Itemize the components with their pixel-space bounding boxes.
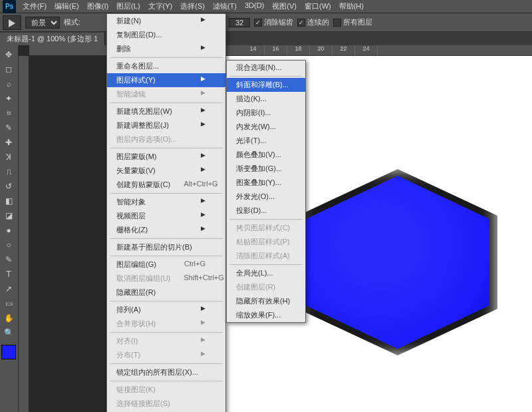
gradient-tool-icon[interactable]: ◪ [1,209,16,222]
menu-separator [110,103,223,103]
menu-item[interactable]: 复制图层(D)... [107,28,225,42]
menu-item: 拷贝图层样式(C) [227,221,305,235]
submenu-arrow-icon: ▶ [201,106,205,116]
menu-item[interactable]: 重命名图层... [107,59,225,73]
menu-3dd[interactable]: 3D(D) [241,0,268,13]
lasso-tool-icon[interactable]: ⌕ [1,77,16,91]
toolbar: ✥ ◻ ⌕ ✦ ⌗ ✎ ✚ ꓘ ⎍ ↺ ◧ ◪ ● ○ ✎ T ↗ ▭ ✋ 🔍 [0,45,19,412]
antialias-checkbox[interactable]: ✓消除锯齿 [254,17,293,27]
menu-separator [110,238,223,239]
history-brush-icon[interactable]: ↺ [1,180,16,193]
menu-item: 分布(T)▶ [107,348,225,362]
menu-item[interactable]: 混合选项(N)... [227,61,305,75]
menu-选择s[interactable]: 选择(S) [176,0,209,13]
eraser-tool-icon[interactable]: ◧ [1,194,16,208]
submenu-arrow-icon: ▶ [201,89,205,99]
menu-item[interactable]: 创建剪贴蒙版(C)Alt+Ctrl+G [107,178,225,192]
menu-item[interactable]: 图层编组(G)Ctrl+G [107,258,225,272]
menu-item[interactable]: 矢量蒙版(V)▶ [107,164,225,178]
menu-item[interactable]: 光泽(T)... [227,134,305,148]
menu-separator [229,219,303,220]
menu-item[interactable]: 新建填充图层(W)▶ [107,104,225,118]
blur-tool-icon[interactable]: ● [1,224,16,237]
menu-item[interactable]: 图层样式(Y)▶ [107,73,225,87]
type-tool-icon[interactable]: T [1,268,16,281]
menu-图层l[interactable]: 图层(L) [112,0,144,13]
menu-item[interactable]: 图层蒙版(M)▶ [107,150,225,164]
ruler-vertical [19,56,29,412]
menu-separator [110,363,223,364]
menu-item[interactable]: 全局光(L)... [227,266,305,280]
all-layers-checkbox[interactable]: 所有图层 [333,17,372,27]
menu-separator [110,381,223,381]
menu-窗口w[interactable]: 窗口(W) [301,0,335,13]
menu-separator [110,332,223,333]
tolerance-input[interactable] [229,18,250,27]
wand-tool-icon[interactable]: ✦ [1,92,16,105]
shape-tool-icon[interactable]: ▭ [1,297,16,310]
zoom-tool-icon[interactable]: 🔍 [1,326,16,339]
menu-item[interactable]: 隐藏图层(R) [107,286,225,300]
tool-preset-icon[interactable] [3,15,21,30]
menu-item[interactable]: 视频图层▶ [107,209,225,223]
ruler-mark: 24 [355,45,378,55]
stamp-tool-icon[interactable]: ⎍ [1,165,16,178]
menu-item: 对齐(I)▶ [107,334,225,348]
menu-item[interactable]: 颜色叠加(V)... [227,148,305,162]
options-bar: 前景 模式: 零差: ✓消除锯齿 ✓连续的 所有图层 [0,13,532,32]
submenu-arrow-icon: ▶ [201,75,205,85]
menu-item[interactable]: 删除▶ [107,42,225,56]
submenu-arrow-icon: ▶ [201,166,205,176]
menu-separator [229,264,303,265]
menu-item[interactable]: 新建基于图层的切片(B) [107,240,225,254]
ps-logo: Ps [3,0,16,13]
menu-图像i[interactable]: 图像(I) [83,0,112,13]
menu-item[interactable]: 内阴影(I)... [227,106,305,120]
ruler-mark: 16 [265,45,287,55]
menu-帮助h[interactable]: 帮助(H) [335,0,368,13]
menu-item[interactable]: 排列(A)▶ [107,303,225,317]
menu-item[interactable]: 投影(D)... [227,204,305,218]
marquee-tool-icon[interactable]: ◻ [1,63,16,76]
menu-item[interactable]: 缩放效果(F)... [227,308,305,322]
menu-item[interactable]: 图案叠加(Y)... [227,176,305,190]
submenu-arrow-icon: ▶ [201,350,205,360]
submenu-arrow-icon: ▶ [201,336,205,346]
document-tab[interactable]: 未标题-1 @ 100% (多边形 1 [0,33,105,45]
menu-item[interactable]: 描边(K)... [227,92,305,106]
crop-tool-icon[interactable]: ⌗ [1,106,16,120]
move-tool-icon[interactable]: ✥ [1,48,16,61]
menu-item[interactable]: 斜面和浮雕(B)... [227,78,305,92]
menu-文字y[interactable]: 文字(Y) [144,0,177,13]
pen-tool-icon[interactable]: ✎ [1,253,16,266]
eyedropper-tool-icon[interactable]: ✎ [1,121,16,134]
menu-视图v[interactable]: 视图(V) [268,0,301,13]
heal-tool-icon[interactable]: ✚ [1,136,16,149]
menu-item[interactable]: 新建调整图层(J)▶ [107,118,225,132]
menu-item[interactable]: 锁定组内的所有图层(X)... [107,365,225,379]
submenu-arrow-icon: ▶ [201,319,205,329]
menu-item: 选择链接图层(S) [107,397,225,411]
foreground-select[interactable]: 前景 [25,17,60,29]
menu-item[interactable]: 栅格化(Z)▶ [107,223,225,237]
menu-文件f[interactable]: 文件(F) [19,0,51,13]
menu-item[interactable]: 隐藏所有效果(H) [227,294,305,308]
menu-item[interactable]: 内发光(W)... [227,120,305,134]
path-tool-icon[interactable]: ↗ [1,282,16,296]
ruler-mark: 22 [332,45,355,55]
menu-item[interactable]: 外发光(O)... [227,190,305,204]
hand-tool-icon[interactable]: ✋ [1,311,16,325]
menu-separator [229,76,303,77]
brush-tool-icon[interactable]: ꓘ [1,150,16,164]
contiguous-checkbox[interactable]: ✓连续的 [297,17,329,27]
menu-item[interactable]: 智能对象▶ [107,195,225,209]
menu-编辑e[interactable]: 编辑(E) [51,0,83,13]
menu-separator [110,256,223,256]
menu-item[interactable]: 渐变叠加(G)... [227,162,305,176]
submenu-arrow-icon: ▶ [201,211,205,221]
foreground-color-swatch[interactable] [1,345,16,359]
dodge-tool-icon[interactable]: ○ [1,238,16,252]
menu-item[interactable]: 新建(N)▶ [107,14,225,28]
submenu-arrow-icon: ▶ [201,44,205,54]
menu-滤镜t[interactable]: 滤镜(T) [209,0,241,13]
